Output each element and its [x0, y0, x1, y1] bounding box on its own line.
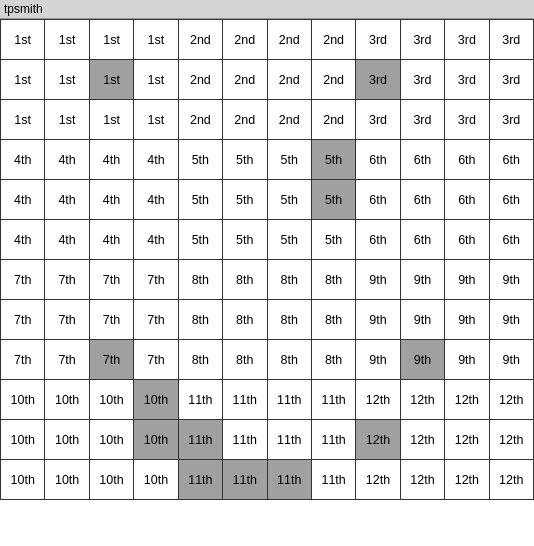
table-row: 7th: [45, 260, 89, 300]
table-row: 1st: [1, 100, 45, 140]
table-row: 5th: [268, 180, 312, 220]
table-row: 10th: [45, 460, 89, 500]
table-row: 5th: [223, 140, 267, 180]
table-row: 6th: [401, 140, 445, 180]
table-row: 10th: [45, 420, 89, 460]
table-row: 8th: [223, 260, 267, 300]
table-row: 4th: [45, 140, 89, 180]
table-row: 9th: [445, 340, 489, 380]
table-row: 6th: [401, 180, 445, 220]
table-row: 4th: [45, 180, 89, 220]
table-row: 2nd: [268, 20, 312, 60]
table-row: 12th: [401, 460, 445, 500]
table-row: 3rd: [490, 100, 534, 140]
table-row: 3rd: [401, 20, 445, 60]
table-row: 9th: [490, 300, 534, 340]
table-row: 11th: [268, 380, 312, 420]
table-row: 2nd: [312, 20, 356, 60]
table-row: 2nd: [179, 60, 223, 100]
table-row: 4th: [134, 140, 178, 180]
table-row: 1st: [1, 60, 45, 100]
title-bar: tpsmith: [0, 0, 534, 19]
table-row: 7th: [134, 340, 178, 380]
table-row: 11th: [179, 420, 223, 460]
table-row: 1st: [134, 60, 178, 100]
table-row: 12th: [490, 380, 534, 420]
table-row: 8th: [223, 300, 267, 340]
table-row: 8th: [312, 340, 356, 380]
table-row: 7th: [90, 340, 134, 380]
table-row: 7th: [45, 340, 89, 380]
table-row: 7th: [1, 300, 45, 340]
table-row: 12th: [490, 460, 534, 500]
table-row: 10th: [90, 460, 134, 500]
table-row: 11th: [268, 420, 312, 460]
table-row: 10th: [134, 420, 178, 460]
table-row: 11th: [268, 460, 312, 500]
table-row: 1st: [1, 20, 45, 60]
table-row: 12th: [445, 380, 489, 420]
table-row: 1st: [90, 20, 134, 60]
table-row: 7th: [90, 260, 134, 300]
table-row: 7th: [1, 260, 45, 300]
table-row: 8th: [312, 300, 356, 340]
table-row: 8th: [179, 300, 223, 340]
table-row: 3rd: [401, 100, 445, 140]
table-row: 6th: [490, 140, 534, 180]
table-row: 11th: [223, 420, 267, 460]
table-row: 9th: [445, 260, 489, 300]
table-row: 4th: [90, 140, 134, 180]
table-row: 12th: [401, 420, 445, 460]
table-row: 9th: [356, 260, 400, 300]
table-row: 11th: [312, 420, 356, 460]
table-row: 2nd: [312, 60, 356, 100]
table-row: 1st: [90, 60, 134, 100]
table-row: 11th: [312, 380, 356, 420]
table-row: 3rd: [401, 60, 445, 100]
table-row: 10th: [90, 380, 134, 420]
table-row: 1st: [134, 20, 178, 60]
table-row: 8th: [312, 260, 356, 300]
table-row: 5th: [223, 180, 267, 220]
table-row: 10th: [1, 420, 45, 460]
table-row: 1st: [134, 100, 178, 140]
table-row: 2nd: [268, 60, 312, 100]
table-row: 9th: [401, 340, 445, 380]
table-row: 11th: [223, 380, 267, 420]
table-row: 12th: [445, 420, 489, 460]
table-row: 8th: [179, 340, 223, 380]
table-row: 6th: [356, 140, 400, 180]
table-row: 3rd: [445, 60, 489, 100]
table-row: 10th: [90, 420, 134, 460]
table-row: 5th: [179, 140, 223, 180]
table-row: 1st: [45, 100, 89, 140]
table-row: 9th: [445, 300, 489, 340]
table-row: 3rd: [445, 100, 489, 140]
table-row: 12th: [356, 460, 400, 500]
table-row: 7th: [1, 340, 45, 380]
table-row: 1st: [90, 100, 134, 140]
table-row: 8th: [179, 260, 223, 300]
table-row: 11th: [179, 380, 223, 420]
table-row: 10th: [45, 380, 89, 420]
table-row: 12th: [445, 460, 489, 500]
table-row: 2nd: [179, 100, 223, 140]
table-row: 3rd: [490, 60, 534, 100]
table-row: 7th: [90, 300, 134, 340]
table-row: 2nd: [179, 20, 223, 60]
table-row: 3rd: [356, 60, 400, 100]
table-row: 9th: [490, 340, 534, 380]
table-row: 2nd: [223, 60, 267, 100]
table-row: 3rd: [356, 20, 400, 60]
table-row: 12th: [356, 420, 400, 460]
table-row: 6th: [401, 220, 445, 260]
table-row: 5th: [312, 220, 356, 260]
table-row: 5th: [312, 140, 356, 180]
table-row: 2nd: [312, 100, 356, 140]
table-row: 4th: [45, 220, 89, 260]
table-row: 6th: [490, 180, 534, 220]
table-row: 9th: [356, 300, 400, 340]
table-row: 4th: [90, 220, 134, 260]
table-row: 3rd: [445, 20, 489, 60]
table-row: 12th: [401, 380, 445, 420]
